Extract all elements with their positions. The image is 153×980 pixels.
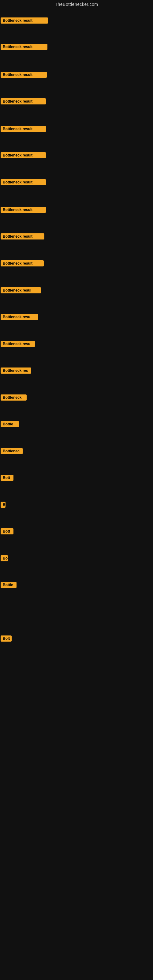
bottleneck-badge-11[interactable]: Bottleneck resul xyxy=(1,287,41,293)
bottleneck-row-23: Bolt xyxy=(1,635,12,643)
bottleneck-badge-16[interactable]: Bottle xyxy=(1,421,19,427)
bottleneck-badge-20[interactable]: Bott xyxy=(1,528,13,535)
bottleneck-row-14: Bottleneck res xyxy=(1,368,31,375)
bottleneck-badge-14[interactable]: Bottleneck res xyxy=(1,368,31,374)
bottleneck-badge-6[interactable]: Bottleneck result xyxy=(1,152,46,158)
bottleneck-row-12: Bottleneck resu xyxy=(1,314,38,321)
bottleneck-badge-7[interactable]: Bottleneck result xyxy=(1,179,46,185)
bottleneck-row-2: Bottleneck result xyxy=(1,44,48,51)
bottleneck-badge-19[interactable]: B xyxy=(1,502,5,508)
bottleneck-badge-5[interactable]: Bottleneck result xyxy=(1,126,46,132)
bottleneck-badge-4[interactable]: Bottleneck result xyxy=(1,98,46,105)
site-title: TheBottlenecker.com xyxy=(0,0,153,9)
bottleneck-badge-3[interactable]: Bottleneck result xyxy=(1,72,47,78)
bottleneck-badge-10[interactable]: Bottleneck result xyxy=(1,260,44,266)
bottleneck-row-7: Bottleneck result xyxy=(1,179,46,186)
bottleneck-row-13: Bottleneck resu xyxy=(1,341,35,348)
bottleneck-badge-15[interactable]: Bottleneck xyxy=(1,395,27,401)
bottleneck-badge-18[interactable]: Bott xyxy=(1,475,13,481)
bottleneck-row-10: Bottleneck result xyxy=(1,260,44,268)
bottleneck-badge-8[interactable]: Bottleneck result xyxy=(1,207,46,213)
bottleneck-row-4: Bottleneck result xyxy=(1,98,46,106)
bottleneck-row-11: Bottleneck resul xyxy=(1,287,41,294)
bottleneck-badge-1[interactable]: Bottleneck result xyxy=(1,18,48,24)
bottleneck-badge-13[interactable]: Bottleneck resu xyxy=(1,341,35,347)
bottleneck-row-17: Bottlenec xyxy=(1,448,22,455)
bottleneck-row-22: Bottle xyxy=(1,582,16,589)
bottleneck-row-18: Bott xyxy=(1,475,13,482)
bottleneck-row-15: Bottleneck xyxy=(1,395,27,402)
bottleneck-row-9: Bottleneck result xyxy=(1,233,45,241)
bottleneck-badge-22[interactable]: Bottle xyxy=(1,582,16,588)
bottleneck-row-5: Bottleneck result xyxy=(1,126,46,133)
bottleneck-badge-21[interactable]: Bo xyxy=(1,555,8,562)
bottleneck-badge-9[interactable]: Bottleneck result xyxy=(1,233,45,240)
bottleneck-row-8: Bottleneck result xyxy=(1,207,46,214)
bottleneck-row-3: Bottleneck result xyxy=(1,72,47,79)
bottleneck-row-19: B xyxy=(1,502,5,509)
bottleneck-row-16: Bottle xyxy=(1,421,19,428)
bottleneck-row-21: Bo xyxy=(1,555,8,563)
bottleneck-badge-2[interactable]: Bottleneck result xyxy=(1,44,48,50)
bottleneck-badge-12[interactable]: Bottleneck resu xyxy=(1,314,38,320)
bottleneck-row-1: Bottleneck result xyxy=(1,18,48,25)
bottleneck-badge-17[interactable]: Bottlenec xyxy=(1,448,22,454)
bottleneck-row-6: Bottleneck result xyxy=(1,152,46,159)
bottleneck-row-20: Bott xyxy=(1,528,13,536)
bottleneck-badge-23[interactable]: Bolt xyxy=(1,635,12,641)
